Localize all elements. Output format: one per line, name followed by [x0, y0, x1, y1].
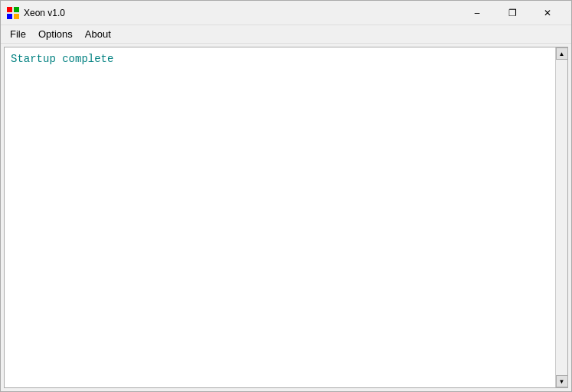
- content-area: ▲ ▼: [4, 47, 568, 388]
- scrollbar-thumb-area: [556, 60, 567, 375]
- console-output[interactable]: [5, 47, 555, 387]
- svg-rect-0: [7, 7, 12, 12]
- app-icon: [7, 7, 19, 19]
- menu-about[interactable]: About: [79, 26, 117, 43]
- window-title: Xeon v1.0: [24, 8, 459, 18]
- minimize-button[interactable]: –: [459, 1, 495, 25]
- maximize-button[interactable]: ❐: [495, 1, 530, 25]
- menu-file[interactable]: File: [4, 26, 32, 43]
- close-button[interactable]: ✕: [530, 1, 565, 25]
- window-controls: – ❐ ✕: [459, 1, 565, 25]
- main-window: Xeon v1.0 – ❐ ✕ File Options About ▲ ▼: [0, 0, 572, 392]
- scrollbar: ▲ ▼: [555, 47, 567, 387]
- svg-rect-2: [7, 14, 12, 19]
- menu-bar: File Options About: [1, 25, 571, 44]
- title-bar: Xeon v1.0 – ❐ ✕: [1, 1, 571, 25]
- menu-options[interactable]: Options: [32, 26, 79, 43]
- svg-rect-3: [14, 14, 19, 19]
- scroll-up-button[interactable]: ▲: [556, 47, 568, 60]
- scroll-down-button[interactable]: ▼: [556, 375, 568, 387]
- svg-rect-1: [14, 7, 19, 12]
